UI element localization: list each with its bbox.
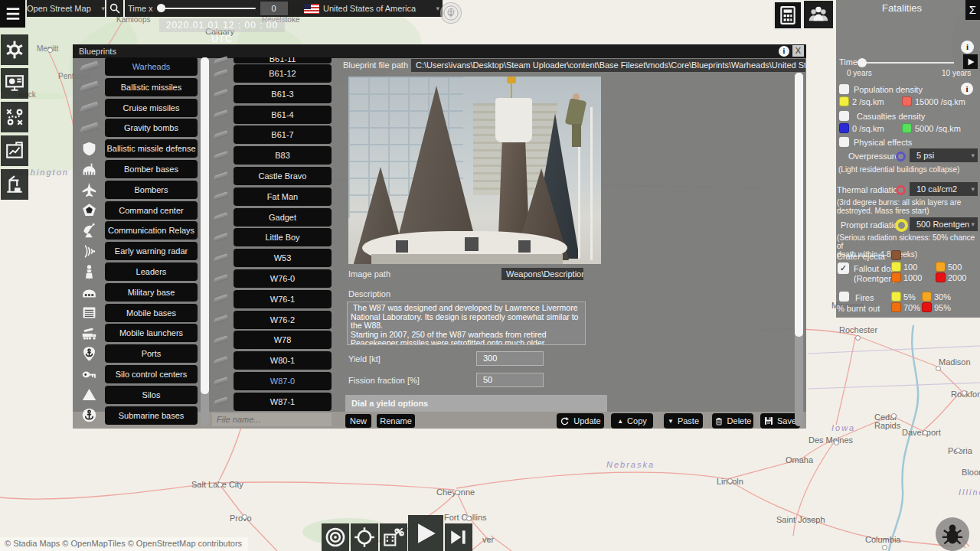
info-button[interactable]: i xyxy=(779,46,789,57)
delete-button[interactable]: Delete xyxy=(712,413,753,429)
category-leaders[interactable]: Leaders xyxy=(105,262,198,281)
fires-label: Fires xyxy=(855,293,874,302)
fallout-play-button[interactable] xyxy=(963,54,978,69)
item-b61-7[interactable]: B61-7 xyxy=(234,126,332,144)
map-style-dropdown[interactable]: Open Street Map ▾ xyxy=(27,0,105,17)
clip-edit-button[interactable] xyxy=(380,523,407,551)
category-silo-control-centers[interactable]: Silo control centers xyxy=(105,365,198,383)
time-speed-slider[interactable] xyxy=(158,8,256,9)
item-w80-1[interactable]: W80-1 xyxy=(234,351,332,370)
map-label: Des Moines xyxy=(808,436,853,445)
us-flag-icon xyxy=(304,4,319,14)
item-gadget[interactable]: Gadget xyxy=(234,208,332,227)
category-military-base[interactable]: Military base xyxy=(105,283,198,302)
strategy-button[interactable] xyxy=(1,102,28,132)
item-b61-4[interactable]: B61-4 xyxy=(234,106,332,124)
category-mobile-launchers[interactable]: Mobile launchers xyxy=(105,324,198,342)
brain-icon[interactable] xyxy=(440,2,462,24)
category-mobile-bases[interactable]: Mobile bases xyxy=(105,304,198,322)
detonation-marker-button[interactable] xyxy=(322,523,349,551)
fission-fraction-field[interactable]: 50 xyxy=(476,373,544,387)
overpressure-dropdown[interactable]: 5 psi▾ xyxy=(910,148,978,162)
rename-button[interactable]: Rename xyxy=(377,414,415,428)
dial-a-yield-section-header[interactable]: Dial a yield options xyxy=(345,395,607,412)
paste-button[interactable]: ▼Paste xyxy=(664,413,703,429)
scenario-button[interactable] xyxy=(1,135,28,166)
settings-button[interactable] xyxy=(1,34,28,65)
category-bombers[interactable]: Bombers xyxy=(105,181,198,199)
item-w76-1[interactable]: W76-1 xyxy=(234,290,332,308)
category-warheads[interactable]: Warheads xyxy=(105,57,198,76)
physical-effects-checkbox[interactable] xyxy=(839,137,849,147)
category-gravity-bombs[interactable]: Gravity bombs xyxy=(105,119,198,137)
new-button[interactable]: New xyxy=(345,414,371,428)
country-dropdown[interactable]: United States of America ▾ xyxy=(301,0,443,17)
copy-button[interactable]: ▲Copy xyxy=(611,413,653,429)
chevron-down-icon: ▾ xyxy=(971,182,975,196)
item-w76-2[interactable]: W76-2 xyxy=(234,311,332,329)
close-button[interactable]: X xyxy=(792,45,804,57)
item-b61-3[interactable]: B61-3 xyxy=(234,85,332,103)
item-w87-0[interactable]: W87-0 xyxy=(234,372,332,390)
yield-field[interactable]: 300 xyxy=(476,351,544,366)
population-button[interactable] xyxy=(804,1,833,28)
category-early-warning-radar[interactable]: Early warning radar xyxy=(105,242,198,260)
description-textarea[interactable]: The W87 was designed and developed by La… xyxy=(347,302,586,345)
file-name-input[interactable]: File name... xyxy=(212,413,332,426)
item-fat-man[interactable]: Fat Man xyxy=(234,187,332,206)
construction-button[interactable] xyxy=(1,169,28,200)
city-dot xyxy=(956,448,961,453)
item-castle-bravo[interactable]: Castle Bravo xyxy=(234,167,332,185)
content-scrollbar-thumb[interactable] xyxy=(795,73,803,337)
overpressure-label: Overpressure xyxy=(848,152,900,161)
prompt-dropdown[interactable]: 500 Roentgen▾ xyxy=(910,217,978,231)
category-ballistic-missiles[interactable]: Ballistic missiles xyxy=(105,78,198,96)
time-speed-value[interactable]: 0 xyxy=(260,2,288,15)
casualties-density-checkbox[interactable] xyxy=(839,111,849,121)
item-w53[interactable]: W53 xyxy=(234,249,332,267)
item-b83[interactable]: B83 xyxy=(234,146,332,165)
item-w87-1[interactable]: W87-1 xyxy=(234,393,332,411)
fires-checkbox[interactable] xyxy=(839,292,849,302)
skip-to-end-button[interactable] xyxy=(445,523,472,551)
population-density-checkbox[interactable] xyxy=(839,84,849,94)
search-zoom-button[interactable] xyxy=(106,0,123,17)
time-speed-slider-handle[interactable] xyxy=(157,4,165,12)
weapon-thumbnail xyxy=(211,269,230,288)
sum-button[interactable]: Σ xyxy=(965,0,980,20)
update-button[interactable]: Update xyxy=(557,413,604,429)
target-button[interactable] xyxy=(351,523,378,551)
thermal-dropdown[interactable]: 10 cal/cm2▾ xyxy=(910,182,978,196)
dialog-titlebar[interactable]: Blueprints i X xyxy=(73,44,806,58)
content-scrollbar[interactable] xyxy=(795,73,803,426)
reentry-vehicle-body xyxy=(498,142,529,234)
fallout-time-slider[interactable] xyxy=(859,62,954,64)
category-silos[interactable]: Silos xyxy=(105,386,198,404)
statistics-button[interactable] xyxy=(1,68,28,99)
item-little-boy[interactable]: Little Boy xyxy=(234,228,332,246)
calculator-button[interactable] xyxy=(773,1,802,30)
category-scrollbar-thumb[interactable] xyxy=(201,57,209,394)
category-submarine-bases[interactable]: Submarine bases xyxy=(105,406,198,425)
info-button[interactable]: i xyxy=(961,41,974,54)
item-b61-12[interactable]: B61-12 xyxy=(234,64,332,83)
item-w76-0[interactable]: W76-0 xyxy=(234,269,332,288)
fallout-time-slider-handle[interactable] xyxy=(858,58,867,67)
category-communication-relays[interactable]: Communication Relays xyxy=(105,221,198,240)
category-cruise-missiles[interactable]: Cruise missiles xyxy=(105,99,198,117)
category-scrollbar[interactable] xyxy=(201,57,209,426)
category-command-center[interactable]: Command center xyxy=(105,201,198,220)
weapon-thumbnail xyxy=(76,57,102,76)
category-ports[interactable]: Ports xyxy=(105,344,198,363)
bug-report-button[interactable] xyxy=(936,517,969,551)
fallout-dose-checkbox[interactable]: ✓ xyxy=(838,262,849,274)
play-button[interactable] xyxy=(408,515,443,551)
menu-button[interactable] xyxy=(0,0,25,28)
item-w78[interactable]: W78 xyxy=(234,331,332,349)
file-path-field[interactable]: C:\Users\ivans\Desktop\Steam Uploader\co… xyxy=(411,59,805,72)
category-bomber-bases[interactable]: Bomber bases xyxy=(105,160,198,178)
item-b61-11[interactable]: B61-11 xyxy=(234,57,332,64)
info-button[interactable]: i xyxy=(961,83,973,95)
image-path-field[interactable]: Weapons\Descriptions\\ xyxy=(501,268,583,280)
category-ballistic-missile-defense[interactable]: Ballistic missile defense xyxy=(105,139,198,158)
